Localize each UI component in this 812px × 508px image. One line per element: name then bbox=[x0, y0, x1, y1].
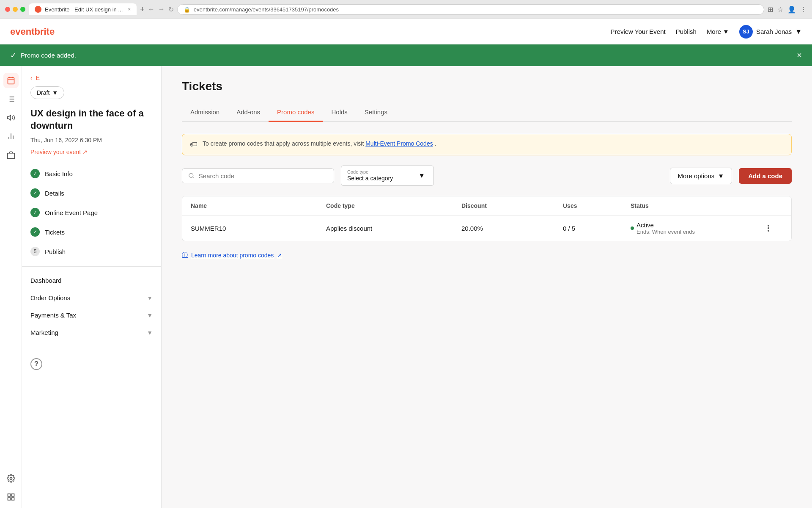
tab-add-ons[interactable]: Add-ons bbox=[228, 103, 269, 122]
more-options-chevron-icon: ▼ bbox=[718, 172, 724, 179]
draft-status-badge[interactable]: Draft ▼ bbox=[30, 86, 64, 99]
status-text: Active bbox=[636, 221, 654, 229]
tab-favicon bbox=[35, 6, 41, 13]
back-button[interactable]: ← bbox=[148, 6, 155, 13]
tab-admission[interactable]: Admission bbox=[182, 103, 228, 122]
search-input-wrapper[interactable] bbox=[182, 168, 334, 183]
code-type-chevron-icon: ▼ bbox=[418, 172, 425, 179]
preview-event-link-sidebar[interactable]: Preview your event ↗ bbox=[22, 145, 161, 164]
more-browser-options-icon[interactable]: ⋮ bbox=[800, 6, 807, 14]
user-menu-chevron-icon: ▼ bbox=[795, 28, 802, 36]
sidebar-icon-calendar[interactable] bbox=[3, 73, 19, 88]
help-button[interactable]: ? bbox=[30, 358, 42, 370]
dot-3 bbox=[768, 230, 769, 232]
svg-rect-18 bbox=[8, 498, 10, 500]
table-header-row: Name Code type Discount Uses Status bbox=[182, 196, 791, 215]
multi-event-promo-link[interactable]: Multi-Event Promo Codes bbox=[365, 140, 433, 147]
eventbrite-logo[interactable]: eventbrite bbox=[10, 26, 55, 37]
maximize-window-button[interactable] bbox=[20, 7, 25, 12]
tab-title: Eventbrite - Edit UX design in ... bbox=[45, 6, 123, 13]
tickets-check-icon: ✓ bbox=[30, 227, 40, 237]
sidebar-back-button[interactable]: ‹ E bbox=[22, 75, 161, 86]
sidebar-item-details[interactable]: ✓ Details bbox=[22, 183, 161, 203]
tab-holds[interactable]: Holds bbox=[323, 103, 356, 122]
sidebar-icon-grid[interactable] bbox=[3, 489, 19, 505]
sidebar-publish-label: Publish bbox=[45, 248, 66, 255]
new-tab-button[interactable]: + bbox=[140, 5, 145, 14]
svg-point-14 bbox=[10, 478, 12, 480]
user-menu[interactable]: SJ Sarah Jonas ▼ bbox=[739, 25, 802, 39]
left-sidebar: ‹ E Draft ▼ UX design in the face of a d… bbox=[22, 66, 162, 508]
row-discount: 20.00% bbox=[461, 225, 563, 232]
sidebar-icon-chart[interactable] bbox=[3, 129, 19, 144]
tab-close-button[interactable]: × bbox=[128, 6, 131, 12]
reload-button[interactable]: ↻ bbox=[168, 6, 174, 14]
tab-promo-codes[interactable]: Promo codes bbox=[269, 103, 323, 122]
lock-icon: 🔒 bbox=[184, 6, 190, 13]
url-text: eventbrite.com/manage/events/33645173519… bbox=[194, 6, 758, 13]
back-label: E bbox=[36, 75, 40, 81]
status-sub-text: Ends: When event ends bbox=[636, 229, 695, 235]
page-title: Tickets bbox=[182, 80, 792, 93]
sidebar-item-payments-tax[interactable]: Payments & Tax ▼ bbox=[22, 306, 161, 324]
svg-rect-0 bbox=[8, 77, 14, 84]
outer-icon-sidebar bbox=[0, 66, 22, 508]
sidebar-icon-list[interactable] bbox=[3, 91, 19, 107]
sidebar-item-dashboard[interactable]: Dashboard bbox=[22, 272, 161, 289]
preview-event-label: Preview your event bbox=[30, 149, 81, 155]
learn-more-label: Learn more about promo codes bbox=[191, 252, 274, 259]
sidebar-item-marketing[interactable]: Marketing ▼ bbox=[22, 324, 161, 341]
sidebar-item-tickets[interactable]: ✓ Tickets bbox=[22, 222, 161, 242]
draft-chevron-icon: ▼ bbox=[52, 89, 58, 96]
sidebar-item-order-options[interactable]: Order Options ▼ bbox=[22, 289, 161, 306]
search-code-input[interactable] bbox=[199, 172, 328, 179]
add-code-button[interactable]: Add a code bbox=[739, 168, 792, 184]
sidebar-item-online-event-page[interactable]: ✓ Online Event Page bbox=[22, 203, 161, 222]
svg-point-19 bbox=[189, 173, 193, 177]
promo-codes-table: Name Code type Discount Uses Status SUMM… bbox=[182, 196, 792, 241]
code-type-dropdown[interactable]: Code type Select a category ▼ bbox=[341, 166, 434, 186]
basic-info-check-icon: ✓ bbox=[30, 169, 40, 178]
svg-rect-16 bbox=[11, 494, 14, 497]
browser-toolbar-actions: ⊞ ☆ 👤 ⋮ bbox=[768, 6, 807, 14]
preview-event-link[interactable]: Preview Your Event bbox=[611, 28, 666, 35]
event-title: UX design in the face of a downturn bbox=[22, 108, 161, 135]
learn-more-info-icon: ⓘ bbox=[182, 251, 188, 259]
sidebar-icon-megaphone[interactable] bbox=[3, 110, 19, 125]
tickets-tabs: Admission Add-ons Promo codes Holds Sett… bbox=[182, 103, 792, 122]
tab-settings[interactable]: Settings bbox=[356, 103, 396, 122]
more-options-button[interactable]: More options ▼ bbox=[670, 168, 732, 184]
publish-button[interactable]: Publish bbox=[676, 28, 697, 35]
sidebar-online-event-label: Online Event Page bbox=[45, 209, 98, 216]
svg-line-20 bbox=[192, 177, 194, 178]
close-banner-button[interactable]: × bbox=[797, 50, 802, 60]
forward-button[interactable]: → bbox=[158, 6, 165, 13]
code-type-selected-value: Select a category bbox=[347, 175, 393, 182]
svg-rect-17 bbox=[11, 498, 14, 500]
learn-more-link[interactable]: ⓘ Learn more about promo codes ↗ bbox=[182, 251, 792, 259]
row-more-actions-button[interactable] bbox=[766, 223, 771, 233]
close-window-button[interactable] bbox=[5, 7, 10, 12]
extensions-icon[interactable]: ⊞ bbox=[768, 6, 773, 14]
bookmark-icon[interactable]: ☆ bbox=[777, 6, 783, 14]
col-header-actions bbox=[766, 202, 783, 209]
more-dropdown-button[interactable]: More ▼ bbox=[707, 28, 729, 35]
browser-tab[interactable]: Eventbrite - Edit UX design in ... × bbox=[29, 3, 137, 15]
sidebar-item-basic-info[interactable]: ✓ Basic Info bbox=[22, 164, 161, 183]
dot-2 bbox=[768, 227, 769, 229]
row-code-type: Applies discount bbox=[326, 225, 461, 232]
info-icon: 🏷 bbox=[190, 140, 198, 149]
sidebar-item-publish[interactable]: 5 Publish bbox=[22, 242, 161, 261]
row-uses: 0 / 5 bbox=[563, 225, 631, 232]
profile-icon[interactable]: 👤 bbox=[787, 6, 796, 14]
sidebar-icon-gear[interactable] bbox=[3, 471, 19, 486]
sidebar-icon-building[interactable] bbox=[3, 147, 19, 163]
chevron-down-icon: ▼ bbox=[723, 28, 729, 35]
user-name: Sarah Jonas bbox=[756, 28, 792, 35]
address-bar[interactable]: 🔒 eventbrite.com/manage/events/336451735… bbox=[177, 4, 764, 15]
multi-event-info-banner: 🏷 To create promo codes that apply acros… bbox=[182, 134, 792, 155]
status-info: Active Ends: When event ends bbox=[636, 221, 695, 235]
top-nav-right: Preview Your Event Publish More ▼ SJ Sar… bbox=[611, 25, 802, 39]
more-label: More bbox=[707, 28, 721, 35]
minimize-window-button[interactable] bbox=[13, 7, 18, 12]
